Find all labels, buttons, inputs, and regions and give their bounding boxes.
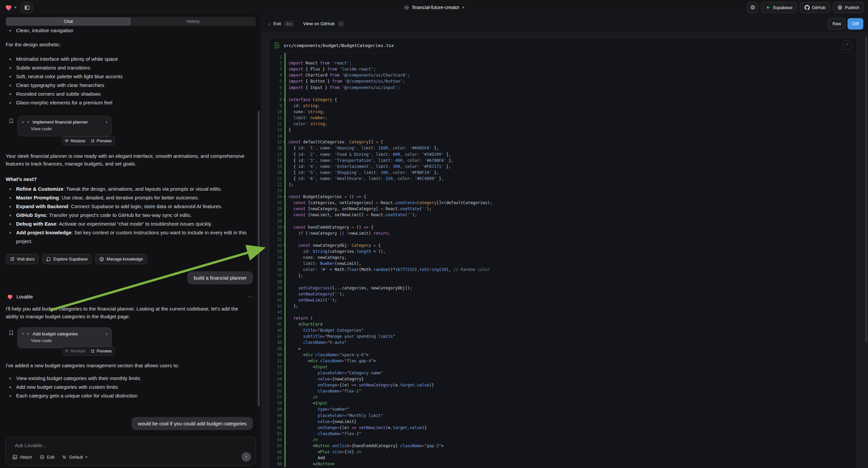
composer-placeholder[interactable]: Ask Lovable...	[15, 442, 250, 448]
edit-mode-button[interactable]: Edit	[39, 455, 54, 460]
user-message: would be cool if you could add budget ca…	[131, 417, 253, 430]
model-selector[interactable]: Default ▾	[62, 455, 87, 460]
code-area: 12import React from 'react';3import { Pl…	[269, 53, 857, 467]
supabase-button[interactable]: Supabase	[761, 2, 797, 13]
version-card-implement-financial-planner[interactable]: < > Implement financial planner › View c…	[18, 116, 112, 136]
code-line: 4import ChartCard from '@/components/ui/…	[269, 72, 857, 78]
line-number: 30	[269, 231, 282, 236]
version-card-add-budget-categories[interactable]: < > Add budget categories › View code	[18, 327, 112, 348]
file-header[interactable]: src/components/budget/BudgetCategories.t…	[269, 38, 857, 53]
manage-knowledge-button[interactable]: Manage knowledge	[95, 254, 147, 264]
code-text: className="flex-1"	[288, 389, 361, 393]
line-number: 29	[269, 225, 282, 230]
chat-composer[interactable]: Ask Lovable... Attach Edit Default ▾ ↑	[5, 437, 256, 466]
line-number: 26	[269, 206, 282, 211]
version-card-title: Implement financial planner	[33, 119, 103, 124]
code-text: interface Category {	[288, 97, 337, 102]
send-button[interactable]: ↑	[242, 452, 251, 462]
code-text: Add	[288, 456, 325, 460]
code-text: setNewCategory('');	[288, 292, 344, 296]
restore-button[interactable]: ⟳Restore	[65, 138, 85, 143]
sliders-icon	[62, 455, 67, 460]
code-line: 64 />	[269, 437, 857, 443]
line-number: 42	[269, 304, 282, 309]
line-number: 2	[269, 61, 282, 65]
code-text: const BudgetCategories = () => {	[288, 195, 366, 199]
version-actions-toolbar: ⟳Restore Preview	[62, 136, 115, 145]
preview-button[interactable]: Preview	[91, 349, 112, 353]
tab-history[interactable]: History	[131, 18, 256, 26]
code-line: 66 <Plus size={16} />	[269, 449, 857, 455]
publish-button[interactable]: Publish	[833, 2, 864, 13]
project-switcher[interactable]: financial-future-creator ▾	[404, 5, 464, 10]
supabase-bolt-icon	[766, 5, 770, 10]
line-number: 1	[269, 55, 282, 59]
view-code-link[interactable]: View code	[31, 126, 107, 131]
exit-button[interactable]: Exit	[274, 21, 281, 26]
package-icon	[99, 257, 104, 262]
code-line: 7	[269, 91, 857, 97]
github-icon	[805, 5, 810, 10]
code-line: 30 if (!newCategory || !newLimit) return…	[269, 230, 857, 236]
code-scrollbar[interactable]	[865, 37, 867, 343]
preview-button[interactable]: Preview	[91, 139, 112, 143]
bullet-item: Add new budget categories with custom li…	[6, 383, 249, 391]
file-path: src/components/budget/BudgetCategories.t…	[283, 43, 394, 48]
bullet-item: Add project knowledge: Set key context o…	[6, 228, 249, 246]
code-text: <div className="space-y-6">	[288, 352, 368, 357]
code-line: 58 <Input	[269, 400, 857, 406]
bookmark-icon[interactable]	[8, 329, 14, 337]
code-text: import { Plus } from 'lucide-react';	[288, 67, 376, 71]
line-number: 67	[269, 456, 282, 460]
logo-chevron-down-icon[interactable]: ▾	[14, 5, 17, 10]
code-text: id: string;	[288, 104, 320, 108]
github-button[interactable]: GitHub	[800, 2, 830, 13]
raw-toggle-button[interactable]: Raw	[828, 18, 845, 30]
attach-button[interactable]: Attach	[12, 455, 32, 460]
code-line: 45 <ChartCard	[269, 321, 857, 327]
bookmark-icon[interactable]	[8, 117, 14, 124]
visit-docs-button[interactable]: Visit docs	[6, 254, 39, 264]
gear-icon: ⚙	[750, 4, 755, 11]
line-number: 53	[269, 371, 282, 375]
diff-toggle-button[interactable]: Diff	[847, 18, 863, 30]
collapse-file-button[interactable]: ⌃	[842, 40, 852, 50]
bullet-item: Master Prompting: Use clear, detailed, a…	[6, 194, 249, 202]
restore-button[interactable]: ⟳Restore	[65, 349, 85, 353]
message-menu-icon[interactable]: ⋯	[248, 294, 253, 300]
tab-chat[interactable]: Chat	[6, 18, 131, 26]
line-number: 59	[269, 407, 282, 412]
bullet-item: Subtle animations and transitions	[6, 63, 249, 72]
code-line: 33 id: String(categories.length + 1),	[269, 248, 857, 255]
line-number: 34	[269, 255, 282, 260]
line-number: 68	[269, 462, 282, 466]
g-key-badge: G	[338, 21, 344, 27]
code-line: 9 id: string;	[269, 103, 857, 109]
line-number: 39	[269, 286, 282, 290]
quick-actions-row: Visit docs Explore Supabase Manage knowl…	[6, 254, 147, 264]
code-line: 12 color: string;	[269, 121, 857, 127]
code-line: 65 <Button onClick={handleAddCategory} c…	[269, 443, 857, 449]
view-code-link[interactable]: View code	[31, 338, 107, 343]
view-on-github-link[interactable]: View on GitHub	[303, 21, 335, 26]
chat-scrollbar[interactable]	[258, 111, 260, 406]
line-number: 66	[269, 449, 282, 454]
chat-history-tabs: Chat History	[5, 17, 256, 26]
line-number: 62	[269, 426, 282, 430]
explore-supabase-button[interactable]: Explore Supabase	[42, 254, 92, 264]
lovable-app-window: ▾ financial-future-creator ▾ ⚙ S	[0, 0, 868, 468]
whats-next-heading: What's next?	[6, 175, 249, 183]
code-line: 24▼const BudgetCategories = () => {	[269, 194, 857, 200]
code-text: <Input	[288, 401, 328, 406]
lovable-logo-icon[interactable]	[5, 4, 12, 11]
bullet-item: Glass-morphic elements for a premium fee…	[6, 98, 249, 107]
line-number: 60	[269, 413, 282, 418]
publish-globe-icon	[837, 5, 842, 10]
bullet-item: Debug with Ease: Activate our experiment…	[6, 220, 249, 228]
settings-button[interactable]: ⚙	[747, 2, 758, 13]
code-line: 14	[269, 133, 857, 139]
line-number: 46	[269, 328, 282, 333]
sidebar-toggle-button[interactable]	[21, 2, 33, 13]
external-link-icon	[91, 139, 95, 143]
line-number: 13	[269, 127, 282, 132]
